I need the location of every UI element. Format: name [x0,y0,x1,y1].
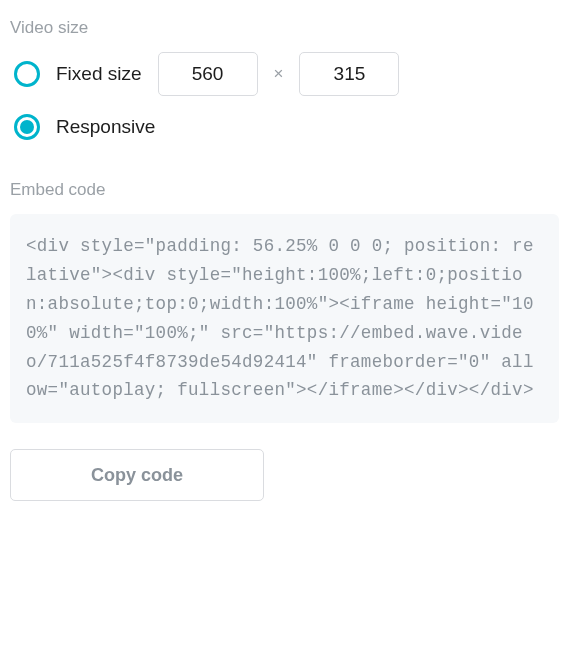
radio-responsive-dot-icon [20,120,34,134]
radio-label-responsive: Responsive [56,116,155,138]
dimension-separator: × [274,64,284,84]
embed-code-label: Embed code [10,180,559,200]
embed-code-block[interactable]: <div style="padding: 56.25% 0 0 0; posit… [10,214,559,423]
radio-row-fixed: Fixed size × [10,52,559,96]
radio-row-responsive: Responsive [10,114,559,140]
width-input[interactable] [158,52,258,96]
video-size-label: Video size [10,18,559,38]
copy-code-button[interactable]: Copy code [10,449,264,501]
radio-responsive[interactable] [14,114,40,140]
height-input[interactable] [299,52,399,96]
radio-label-fixed: Fixed size [56,63,142,85]
video-size-radio-group: Fixed size × Responsive [10,52,559,140]
radio-fixed-size[interactable] [14,61,40,87]
